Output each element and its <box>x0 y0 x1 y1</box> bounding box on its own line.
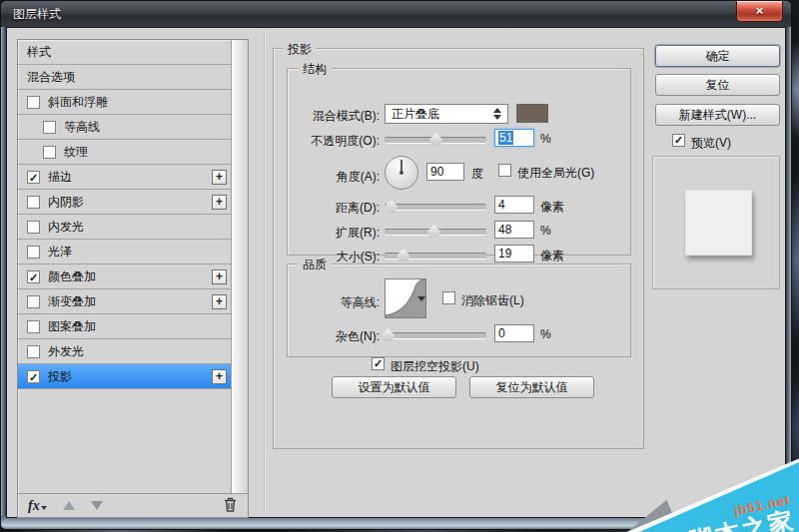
contour-label: 等高线: <box>294 294 380 311</box>
new-style-button[interactable]: 新建样式(W)... <box>655 104 780 126</box>
sidebar-item-label: 斜面和浮雕 <box>48 94 108 111</box>
structure-group-title: 结构 <box>298 61 332 78</box>
sidebar-item-drop-shadow[interactable]: ✓投影+ <box>18 364 232 389</box>
watermark: jb51.net 脚本之家 <box>627 452 799 532</box>
sidebar-item-outer-glow[interactable]: 外发光 <box>18 339 232 364</box>
spread-slider-thumb[interactable] <box>427 225 440 238</box>
reset-button[interactable]: 复位 <box>655 74 780 96</box>
sidebar-item-label: 混合选项 <box>27 69 75 86</box>
unchecked-checkbox[interactable] <box>27 295 40 308</box>
antialias-checkbox[interactable] <box>442 291 455 304</box>
sidebar-item-label: 等高线 <box>64 119 100 136</box>
delete-effect-icon[interactable] <box>223 496 238 516</box>
quality-group-title: 品质 <box>298 257 332 273</box>
spread-input[interactable]: 48 <box>494 221 534 239</box>
unchecked-checkbox[interactable] <box>27 246 40 259</box>
fx-menu-button[interactable]: fx <box>28 498 40 514</box>
sidebar-item-label: 颜色叠加 <box>48 268 96 285</box>
sidebar-item-label: 内发光 <box>48 219 84 236</box>
size-slider[interactable] <box>385 253 486 260</box>
sidebar-item-pattern-overlay[interactable]: 图案叠加 <box>18 314 232 339</box>
add-instance-icon[interactable]: + <box>212 170 227 185</box>
sidebar-item-blending-options[interactable]: 混合选项 <box>18 65 232 90</box>
add-instance-icon[interactable]: + <box>212 195 227 210</box>
opacity-unit: % <box>540 132 551 146</box>
sidebar-item-label: 光泽 <box>48 244 72 261</box>
layer-style-dialog: 图层样式 × 样式混合选项斜面和浮雕等高线纹理✓描边+内阴影+内发光光泽✓颜色叠… <box>0 0 792 530</box>
move-effect-up-icon[interactable] <box>63 501 75 510</box>
sidebar-item-texture[interactable]: 纹理 <box>18 140 232 165</box>
styles-list: 样式混合选项斜面和浮雕等高线纹理✓描边+内阴影+内发光光泽✓颜色叠加+渐变叠加+… <box>18 40 232 493</box>
size-unit: 像素 <box>540 248 564 265</box>
fx-menu-caret-icon <box>41 506 47 513</box>
add-instance-icon[interactable]: + <box>212 294 227 309</box>
checked-checkbox[interactable]: ✓ <box>27 370 40 383</box>
title-bar[interactable]: 图层样式 × <box>1 1 791 27</box>
sidebar-item-inner-shadow[interactable]: 内阴影+ <box>18 190 232 215</box>
unchecked-checkbox[interactable] <box>27 196 40 209</box>
style-preview-thumbnail <box>685 190 752 256</box>
ok-button[interactable]: 确定 <box>655 45 780 67</box>
opacity-input[interactable]: 51 <box>494 129 534 147</box>
spread-slider[interactable] <box>385 229 486 236</box>
distance-label: 距离(D): <box>294 200 380 217</box>
distance-slider[interactable] <box>385 204 486 211</box>
styles-list-scrollbar[interactable] <box>231 40 248 493</box>
checked-checkbox[interactable]: ✓ <box>27 171 40 184</box>
angle-input[interactable]: 90 <box>426 163 464 181</box>
unchecked-checkbox[interactable] <box>27 345 40 358</box>
distance-input[interactable]: 4 <box>494 196 534 214</box>
sidebar-item-label: 内阴影 <box>48 194 84 211</box>
size-input[interactable]: 19 <box>494 245 534 263</box>
sidebar-item-styles[interactable]: 样式 <box>18 40 232 65</box>
noise-input[interactable]: 0 <box>494 324 534 342</box>
sidebar-item-bevel-emboss[interactable]: 斜面和浮雕 <box>18 90 232 115</box>
opacity-slider-thumb[interactable] <box>429 133 442 146</box>
sidebar-item-color-overlay[interactable]: ✓颜色叠加+ <box>18 265 232 289</box>
contour-dropdown-icon[interactable] <box>417 296 425 305</box>
add-instance-icon[interactable]: + <box>212 369 227 384</box>
global-light-checkbox[interactable] <box>498 164 511 177</box>
style-preview-frame <box>652 156 780 289</box>
spread-unit: % <box>540 224 551 238</box>
unchecked-checkbox[interactable] <box>43 121 56 134</box>
sidebar-item-gradient-overlay[interactable]: 渐变叠加+ <box>18 289 232 314</box>
unchecked-checkbox[interactable] <box>27 320 40 333</box>
distance-slider-thumb[interactable] <box>385 200 398 213</box>
dropdown-arrows-icon <box>493 108 501 120</box>
sidebar-item-contour[interactable]: 等高线 <box>18 115 232 140</box>
add-instance-icon[interactable]: + <box>212 269 227 284</box>
close-icon: × <box>756 3 764 18</box>
set-default-button[interactable]: 设置为默认值 <box>332 376 456 398</box>
shadow-color-swatch[interactable] <box>516 104 548 123</box>
move-effect-down-icon[interactable] <box>91 501 103 510</box>
structure-group: 结构 混合模式(B): 正片叠底 不透明度(O): 51 % 角度(A): <box>287 68 631 256</box>
noise-slider-thumb[interactable] <box>382 328 395 341</box>
angle-unit: 度 <box>471 166 483 183</box>
preview-checkbox[interactable]: ✓ <box>672 134 685 147</box>
angle-label: 角度(A): <box>294 169 380 186</box>
blend-mode-label: 混合模式(B): <box>294 108 380 125</box>
close-button[interactable]: × <box>736 1 783 22</box>
dialog-client-area: 样式混合选项斜面和浮雕等高线纹理✓描边+内阴影+内发光光泽✓颜色叠加+渐变叠加+… <box>6 27 786 518</box>
layer-knockout-label: 图层挖空投影(U) <box>391 358 479 375</box>
unchecked-checkbox[interactable] <box>27 221 40 234</box>
sidebar-item-inner-glow[interactable]: 内发光 <box>18 215 232 240</box>
sidebar-item-label: 投影 <box>48 368 72 385</box>
check-icon: ✓ <box>374 357 383 369</box>
size-slider-thumb[interactable] <box>397 249 409 262</box>
unchecked-checkbox[interactable] <box>43 146 56 159</box>
sidebar-item-label: 图案叠加 <box>48 318 96 335</box>
noise-unit: % <box>540 327 551 341</box>
layer-knockout-checkbox[interactable]: ✓ <box>372 357 385 370</box>
global-light-label: 使用全局光(G) <box>517 165 594 182</box>
angle-dial[interactable] <box>385 156 418 190</box>
sidebar-item-satin[interactable]: 光泽 <box>18 240 232 265</box>
opacity-slider[interactable] <box>385 137 486 144</box>
blend-mode-select[interactable]: 正片叠底 <box>385 104 508 124</box>
checked-checkbox[interactable]: ✓ <box>27 270 40 283</box>
noise-slider[interactable] <box>385 332 486 339</box>
unchecked-checkbox[interactable] <box>27 96 40 109</box>
sidebar-item-stroke[interactable]: ✓描边+ <box>18 165 232 190</box>
reset-default-button[interactable]: 复位为默认值 <box>469 376 594 398</box>
